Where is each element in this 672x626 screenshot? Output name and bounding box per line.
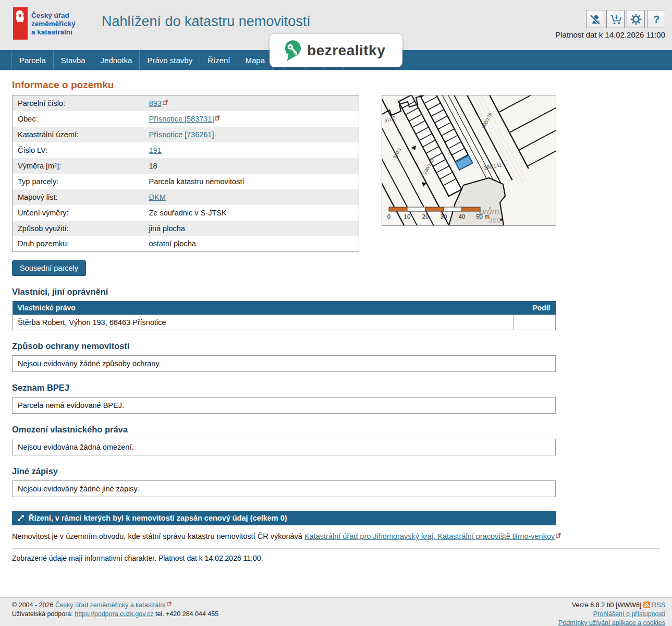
table-row: Typ parcely: Parcela katastru nemovitost… — [13, 174, 359, 189]
login-button[interactable] — [586, 10, 604, 28]
question-icon: ? — [650, 13, 663, 26]
parcel-number-link[interactable]: 893 — [149, 99, 162, 107]
tab-pravo-stavby[interactable]: Právo stavby — [140, 50, 200, 70]
other-records-text-box: Nejsou evidovány žádné jiné zápisy. — [12, 480, 556, 497]
external-link-icon — [556, 533, 561, 538]
version-text: Verze 6.8.2 b0 [WWW6] — [572, 601, 641, 609]
support-line: Uživatelská podpora: https://podpora.cuz… — [12, 610, 218, 619]
protection-text-box: Nejsou evidovány žádné způsoby ochrany. — [12, 355, 556, 372]
cart-button[interactable] — [606, 10, 625, 28]
lv-number-link[interactable]: 191 — [149, 146, 162, 154]
proceedings-expand-bar[interactable]: Řízení, v rámci kterých byl k nemovitost… — [12, 511, 556, 525]
section-title-other-records: Jiné zápisy — [12, 466, 660, 476]
rss-icon — [643, 601, 650, 608]
map-label: 360 — [488, 216, 501, 224]
row-label: Číslo LV: — [13, 142, 144, 158]
municipality-link[interactable]: Přísnotice [583731] — [149, 115, 214, 123]
section-title-restrictions: Omezení vlastnického práva — [12, 425, 660, 435]
proceedings-bar-title: Řízení, v rámci kterých byl k nemovitost… — [29, 514, 287, 522]
cadastral-area-link[interactable]: Přísnotice [736261] — [149, 130, 214, 139]
table-row: Obec: Přísnotice [583731] — [13, 111, 359, 127]
cadastral-map[interactable]: 911/2 910/1 280/140 280/141 800/178 prům… — [382, 95, 556, 226]
section-title-protection: Způsob ochrany nemovitosti — [12, 341, 660, 351]
neighbor-parcels-button[interactable]: Sousední parcely — [12, 260, 86, 276]
header-toolbar: ? — [586, 10, 665, 28]
section-title-owners: Vlastníci, jiní oprávnění — [12, 287, 660, 297]
tab-rizeni[interactable]: Řízení — [200, 50, 238, 70]
restrictions-text-box: Nejsou evidována žádná omezení. — [12, 439, 556, 455]
divider — [12, 548, 660, 549]
table-row: Číslo LV: 191 — [13, 142, 359, 158]
table-row: Parcelní číslo: 893 — [13, 95, 359, 111]
owners-header-row: Vlastnické právo Podíl — [13, 301, 556, 315]
svg-text:0: 0 — [387, 213, 390, 220]
row-label: Obec: — [13, 111, 144, 127]
org-name: Český úřad zeměměřický a katastrální — [31, 11, 76, 37]
user-slash-icon — [589, 13, 602, 26]
row-label: Způsob využití: — [13, 221, 144, 236]
row-label: Parcelní číslo: — [13, 95, 144, 111]
owner-name: Štěrba Robert, Výhon 193, 66463 Přísnoti… — [13, 315, 514, 330]
jurisdiction-text: Nemovitost je v územním obvodu, kde stát… — [12, 532, 304, 540]
row-label: Druh pozemku: — [13, 236, 144, 252]
org-name-line3: a katastrální — [31, 28, 76, 37]
support-label: Uživatelská podpora: — [12, 610, 75, 618]
section-title-parcel-info: Informace o pozemku — [12, 79, 660, 91]
svg-text:20: 20 — [422, 213, 429, 220]
tab-jednotka[interactable]: Jednotka — [93, 50, 140, 70]
row-label: Určení výměry: — [13, 205, 144, 221]
nahlizeni-katastr-page: Český úřad zeměměřický a katastrální Nah… — [0, 0, 672, 626]
owners-col-share: Podíl — [514, 301, 556, 315]
support-url-link[interactable]: https://podpora.cuzk.gov.cz — [75, 610, 153, 618]
row-value: 18 — [144, 158, 359, 174]
cadastral-office-link[interactable]: Katastrální úřad pro Jihomoravský kraj, … — [304, 532, 555, 540]
table-row: Výměra [m²]: 18 — [13, 158, 359, 174]
row-label: Výměra [m²]: — [13, 158, 144, 174]
tab-stavba[interactable]: Stavba — [54, 50, 93, 70]
row-label: Typ parcely: — [13, 174, 144, 189]
expand-icon — [17, 514, 25, 522]
settings-button[interactable] — [627, 10, 645, 28]
svg-text:30: 30 — [441, 213, 447, 220]
version-line: Verze 6.8.2 b0 [WWW6] RSS — [558, 601, 665, 610]
footer: © 2004 - 2026 Český úřad zeměměřický a k… — [0, 597, 672, 626]
parcel-info-table: Parcelní číslo: 893 Obec: Přísnotice [58… — [12, 95, 359, 252]
help-button[interactable]: ? — [647, 10, 665, 28]
disclaimer-text: Zobrazené údaje mají informativní charak… — [12, 554, 660, 562]
data-validity-label: Platnost dat k 14.02.2026 11:00 — [555, 30, 665, 39]
external-link-icon — [215, 115, 220, 121]
bpej-text-box: Parcela nemá evidované BPEJ. — [12, 397, 556, 414]
svg-text:10: 10 — [404, 213, 411, 220]
svg-text:50 m: 50 m — [476, 213, 490, 220]
table-row: Druh pozemku: ostatní plocha — [13, 236, 359, 252]
table-row: Způsob využití: jiná plocha — [13, 221, 359, 236]
gear-icon — [629, 13, 643, 26]
bezrealitky-wordmark: bezrealitky — [307, 42, 385, 59]
jurisdiction-note: Nemovitost je v územním obvodu, kde stát… — [12, 532, 660, 540]
rss-link[interactable]: RSS — [652, 601, 665, 609]
accessibility-link[interactable]: Prohlášení o přístupnosti — [593, 610, 665, 618]
cuzk-logo[interactable] — [13, 7, 28, 40]
table-row: Určení výměry: Ze souřadnic v S-JTSK — [13, 205, 359, 221]
svg-text:?: ? — [653, 13, 659, 25]
cuzk-footer-link[interactable]: Český úřad zeměměřický a katastrální — [55, 601, 166, 609]
czech-lion-icon — [15, 10, 26, 23]
external-link-icon — [163, 100, 168, 105]
row-value: Ze souřadnic v S-JTSK — [144, 205, 359, 221]
row-label: Mapový list: — [13, 189, 144, 205]
tab-parcela[interactable]: Parcela — [11, 50, 54, 70]
row-value: Parcela katastru nemovitostí — [144, 174, 359, 189]
support-phone: tel. +420 284 044 455 — [153, 610, 218, 618]
map-sheet-link[interactable]: DKM — [149, 193, 166, 201]
org-name-line2: zeměměřický — [31, 20, 76, 28]
section-title-bpej: Seznam BPEJ — [12, 383, 660, 393]
owner-share — [514, 315, 556, 330]
owners-table: Vlastnické právo Podíl Štěrba Robert, Vý… — [12, 301, 556, 330]
copyright-line: © 2004 - 2026 Český úřad zeměměřický a k… — [12, 601, 218, 610]
external-link-icon — [167, 601, 172, 606]
tab-mapa[interactable]: Mapa — [238, 50, 273, 70]
table-row: Štěrba Robert, Výhon 193, 66463 Přísnoti… — [13, 315, 556, 330]
bezrealitky-overlay[interactable]: bezrealitky — [270, 34, 402, 67]
row-value: ostatní plocha — [144, 236, 359, 252]
terms-cookies-link[interactable]: Podmínky užívání aplikace a cookies — [558, 619, 665, 626]
